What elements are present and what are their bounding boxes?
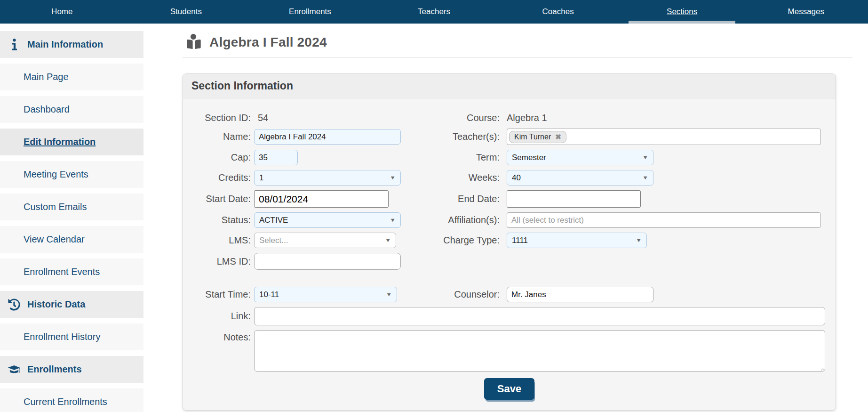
- course-label: Course:: [409, 113, 503, 123]
- graduation-cap-icon: [8, 364, 21, 376]
- section-information-panel: Section Information Section ID: 54 Cours…: [183, 73, 836, 411]
- page-title: Algebra I Fall 2024: [209, 35, 327, 50]
- lms-id-input[interactable]: [254, 253, 401, 270]
- nav-item-teachers[interactable]: Teachers: [372, 0, 496, 24]
- sidebar-item-view-calendar[interactable]: View Calendar: [0, 226, 143, 253]
- charge-type-select[interactable]: 1111 ▼: [507, 233, 647, 248]
- sidebar: Main Information Main Page Dashboard Edi…: [0, 24, 143, 412]
- panel-title: Section Information: [183, 74, 836, 98]
- sidebar-item-current-enrollments[interactable]: Current Enrollments: [0, 388, 143, 412]
- nav-item-messages[interactable]: Messages: [744, 0, 868, 24]
- chevron-down-icon: ▼: [390, 217, 396, 223]
- charge-type-label: Charge Type:: [409, 235, 503, 246]
- teachers-label: Teacher(s):: [409, 131, 503, 142]
- start-date-label: Start Date:: [191, 194, 254, 204]
- section-id-value: 54: [258, 113, 268, 123]
- link-label: Link:: [191, 311, 254, 322]
- teacher-tag-label: Kim Turner: [514, 133, 551, 141]
- status-label: Status:: [191, 215, 254, 226]
- course-value: Algebra 1: [507, 113, 547, 123]
- counselor-label: Counselor:: [409, 289, 503, 300]
- nav-item-enrollments[interactable]: Enrollments: [248, 0, 372, 24]
- sidebar-item-enrollment-history[interactable]: Enrollment History: [0, 323, 143, 350]
- sidebar-header-enrollments: Enrollments: [0, 356, 143, 383]
- affiliations-label: Affiliation(s):: [409, 215, 503, 226]
- sidebar-item-enrollment-events[interactable]: Enrollment Events: [0, 259, 143, 285]
- lms-label: LMS:: [191, 235, 254, 246]
- end-date-input[interactable]: [507, 190, 641, 208]
- affiliations-input[interactable]: [507, 212, 821, 228]
- teacher-tag: Kim Turner ✖: [509, 131, 566, 143]
- cap-label: Cap:: [191, 152, 254, 163]
- name-label: Name:: [191, 131, 254, 142]
- sidebar-item-edit-information[interactable]: Edit Information: [0, 129, 143, 155]
- chevron-down-icon: ▼: [386, 291, 392, 298]
- sidebar-item-custom-emails[interactable]: Custom Emails: [0, 194, 143, 220]
- active-tab-indicator: [629, 21, 735, 24]
- notes-label: Notes:: [191, 330, 254, 343]
- name-input[interactable]: [254, 129, 401, 145]
- info-icon: [8, 39, 21, 51]
- sidebar-header-historic-data: Historic Data: [0, 291, 143, 318]
- nav-item-students[interactable]: Students: [124, 0, 248, 24]
- title-divider: [183, 57, 852, 58]
- nav-item-home[interactable]: Home: [0, 0, 124, 24]
- chevron-down-icon: ▼: [636, 237, 642, 243]
- book-reader-icon: [186, 34, 201, 51]
- start-time-label: Start Time:: [191, 289, 254, 300]
- cap-input[interactable]: [254, 150, 298, 165]
- lms-id-label: LMS ID:: [191, 256, 254, 267]
- sidebar-item-main-page[interactable]: Main Page: [0, 64, 143, 90]
- credits-label: Credits:: [191, 172, 254, 183]
- chevron-down-icon: ▼: [385, 237, 391, 243]
- main-content: Algebra I Fall 2024 Section Information …: [143, 24, 868, 412]
- notes-textarea[interactable]: [254, 330, 825, 372]
- nav-item-coaches[interactable]: Coaches: [496, 0, 620, 24]
- sidebar-item-meeting-events[interactable]: Meeting Events: [0, 161, 143, 188]
- main-nav: Home Students Enrollments Teachers Coach…: [0, 0, 868, 24]
- section-id-label: Section ID:: [191, 113, 254, 123]
- end-date-label: End Date:: [409, 194, 503, 204]
- term-select[interactable]: Semester ▼: [507, 150, 653, 165]
- lms-select[interactable]: Select... ▼: [254, 233, 396, 248]
- status-select[interactable]: ACTIVE ▼: [254, 212, 401, 228]
- chevron-down-icon: ▼: [642, 175, 648, 181]
- weeks-label: Weeks:: [409, 172, 503, 183]
- sidebar-item-dashboard[interactable]: Dashboard: [0, 96, 143, 123]
- start-date-input[interactable]: [254, 190, 389, 208]
- link-input[interactable]: [254, 307, 825, 325]
- history-icon: [8, 299, 21, 311]
- nav-item-sections[interactable]: Sections: [620, 0, 744, 24]
- credits-select[interactable]: 1 ▼: [254, 170, 401, 186]
- chevron-down-icon: ▼: [390, 175, 396, 181]
- remove-teacher-icon[interactable]: ✖: [555, 133, 561, 141]
- weeks-select[interactable]: 40 ▼: [507, 170, 653, 186]
- save-button[interactable]: Save: [484, 378, 534, 400]
- chevron-down-icon: ▼: [642, 154, 648, 161]
- start-time-select[interactable]: 10-11 ▼: [254, 287, 397, 302]
- counselor-input[interactable]: [507, 287, 653, 302]
- term-label: Term:: [409, 152, 503, 163]
- sidebar-header-main-information: Main Information: [0, 31, 143, 58]
- teachers-input[interactable]: Kim Turner ✖: [507, 129, 821, 145]
